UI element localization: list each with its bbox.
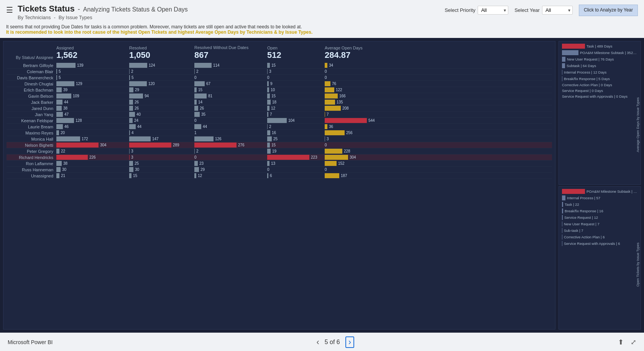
year-label: Select Year (514, 7, 540, 13)
bar-cell: 0 (325, 75, 394, 80)
bar-cell: 26 (129, 100, 194, 105)
bar-value: 304 (100, 143, 107, 147)
bar (129, 75, 130, 80)
bar (267, 81, 269, 86)
chart-bar-label: Service Request | 12 (564, 215, 598, 220)
row-name: Nelson Bighetti (7, 143, 56, 148)
share-icon[interactable]: ⬆ (618, 338, 624, 346)
row-name: Erlich Bachman (7, 88, 56, 92)
table-row: Ron Laflamme38252313152 (7, 161, 552, 167)
bar-cell: 0 (325, 69, 394, 74)
bar-cell: 0 (325, 167, 394, 172)
bar-value: 81 (208, 94, 212, 98)
bar-value: 24 (134, 118, 138, 123)
bar-cell: 15 (267, 143, 325, 148)
description-text: It seems that not providing Due Dates fo… (6, 24, 638, 30)
row-name: Monica Hall (7, 137, 56, 141)
bar-cell: 44 (194, 124, 267, 129)
chart-bar-row: Break/fix Response | 5 Days (562, 76, 637, 81)
bar-cell: 256 (325, 130, 394, 135)
bar (56, 118, 74, 123)
bar (267, 143, 270, 148)
bar (56, 81, 74, 86)
table-rows: Bertram Gilfoyle1391241141534Coleman Bla… (7, 62, 552, 179)
chart-bar (562, 235, 562, 239)
bottom-chart: POA&M Milestone Subtask | 379Internal Pr… (559, 186, 641, 330)
bar (194, 167, 199, 172)
bar-cell: 3 (325, 136, 394, 141)
priority-label: Select Priority (445, 7, 475, 13)
bar (325, 100, 335, 105)
bar-cell: 21 (56, 173, 129, 178)
main-table-panel: By Status/ Assignee Assigned 1,562 Resol… (3, 41, 555, 330)
bar-cell: 228 (325, 149, 394, 154)
bar-cell: 22 (56, 149, 129, 154)
bar-cell: 0 (194, 155, 267, 159)
col-resolved-header: Resolved 1,050 (129, 46, 194, 60)
bar-value: 47 (64, 112, 69, 116)
by-technicians-link[interactable]: By Technicians (18, 15, 51, 20)
analyze-button[interactable]: Click to Analyze by Year (579, 5, 638, 16)
bar-value: 276 (238, 143, 245, 147)
bar (56, 112, 63, 117)
bar-cell: 26 (194, 106, 267, 111)
bar-cell: 7 (267, 112, 325, 117)
chart-bar-row: POA&M Milestone Subtask | 352 Days (562, 50, 637, 55)
priority-select[interactable]: All (478, 6, 508, 15)
bar-cell: 29 (194, 167, 267, 172)
chart-bar-row: Internal Process | 12 Days (562, 70, 637, 75)
chart-bar (562, 50, 578, 55)
next-page-button[interactable]: › (345, 336, 354, 348)
bar-value: 76 (332, 82, 336, 86)
bar-cell: 36 (325, 124, 394, 129)
bar-cell: 6 (267, 173, 325, 178)
bar (194, 93, 207, 98)
bar (194, 69, 195, 74)
bar-cell: 25 (267, 136, 325, 141)
bar-cell: 304 (56, 143, 129, 148)
expand-icon[interactable]: ⤢ (631, 338, 636, 346)
bar (325, 124, 327, 129)
bar-value: 15 (133, 174, 137, 178)
chart-bar-label: New User Request | 76 Days (567, 57, 614, 61)
page-title: Tickets Status (18, 4, 75, 14)
bar-cell: 3 (267, 69, 325, 74)
bar-value: 3 (131, 155, 133, 159)
bar-cell: 114 (194, 63, 267, 68)
nav-sep: - (54, 15, 55, 20)
row-name: Coleman Blair (7, 69, 56, 74)
bar-value: 25 (273, 137, 278, 141)
bar-value: 12 (198, 174, 202, 178)
by-issue-types-link[interactable]: By Issue Types (59, 15, 92, 20)
bar-value: 10 (271, 88, 275, 92)
bar-cell: 104 (267, 118, 325, 123)
title-row: Tickets Status - Analyzing Tickets Statu… (18, 4, 440, 14)
bar (325, 63, 327, 68)
chart-bar-row: Service Request | 0 Days (562, 89, 637, 93)
table-row: Davis Bannercheck55000 (7, 75, 552, 81)
bar-cell: 2 (194, 69, 267, 74)
chart-bar-row: Service Request with Approvals | 0 Days (562, 94, 637, 98)
bar-cell: 18 (267, 100, 325, 105)
bar (194, 63, 212, 68)
hamburger-icon[interactable]: ☰ (6, 5, 13, 15)
bar-value: 256 (346, 131, 353, 135)
bar-value: 0 (325, 69, 327, 74)
prev-page-button[interactable]: ‹ (316, 337, 319, 347)
bar-value: 152 (338, 161, 345, 166)
bar-value: 2 (269, 125, 271, 129)
bar-value: 0 (325, 167, 327, 172)
bar-cell: 15 (267, 63, 325, 68)
bar (325, 130, 345, 135)
bar (56, 161, 62, 166)
bar-cell: 29 (129, 87, 194, 92)
year-select-group: Select Year All (514, 6, 573, 15)
bar-value: 208 (342, 106, 349, 110)
top-chart-vert-label: Average Open Days by Issue Types (636, 97, 640, 152)
bar-cell: 129 (56, 81, 129, 86)
bar-value: 7 (327, 112, 329, 116)
bar-cell: 226 (56, 155, 129, 160)
bar (129, 69, 130, 74)
year-select[interactable]: All (542, 6, 573, 15)
bar-value: 29 (135, 88, 139, 92)
